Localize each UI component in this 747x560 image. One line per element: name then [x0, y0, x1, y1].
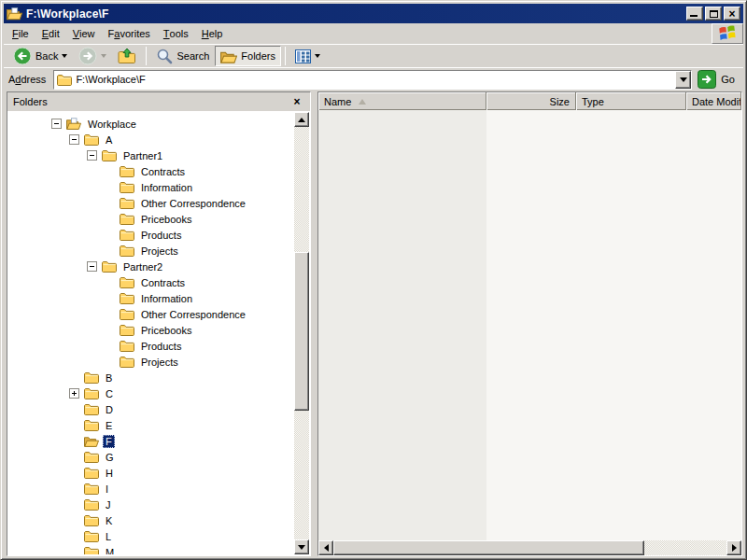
scroll-left-button[interactable] — [318, 540, 333, 555]
folders-label: Folders — [241, 50, 275, 62]
tree-item-contracts[interactable]: Contracts — [8, 274, 294, 290]
folder-icon — [120, 340, 134, 352]
arrow-down-icon — [298, 545, 305, 550]
menu-item-view[interactable]: View — [66, 23, 102, 44]
scroll-down-button[interactable] — [294, 539, 309, 554]
views-button[interactable] — [289, 46, 326, 66]
folder-icon — [84, 467, 99, 479]
forward-icon — [78, 47, 97, 65]
tree-item-products[interactable]: Products — [8, 338, 294, 354]
explorer-window: F:\Workplace\F × FileEditViewFavoritesTo… — [0, 0, 747, 560]
tree-item-b[interactable]: B — [8, 370, 294, 385]
forward-button[interactable] — [73, 46, 112, 66]
tree-item-products[interactable]: Products — [8, 227, 294, 243]
address-dropdown-button[interactable] — [675, 71, 691, 89]
tree-item-pricebooks[interactable]: Pricebooks — [8, 322, 294, 338]
folder-icon — [120, 181, 134, 193]
arrow-right-icon — [732, 544, 737, 552]
tree-item-workplace[interactable]: Workplace — [8, 116, 294, 132]
tree-item-label: Pricebooks — [138, 324, 194, 337]
collapse-icon[interactable] — [87, 261, 97, 272]
scroll-right-button[interactable] — [726, 540, 741, 555]
minimize-icon — [690, 15, 698, 17]
menu-item-tools[interactable]: Tools — [157, 23, 195, 44]
folder-icon — [120, 197, 134, 209]
horizontal-scrollbar[interactable] — [318, 540, 741, 555]
up-button[interactable] — [112, 46, 142, 66]
tree-item-e[interactable]: E — [8, 417, 294, 433]
tree-item-projects[interactable]: Projects — [8, 354, 294, 370]
tree-item-partner1[interactable]: Partner1 — [8, 147, 294, 163]
collapse-icon[interactable] — [87, 150, 97, 161]
scroll-up-button[interactable] — [294, 112, 309, 127]
tree-item-j[interactable]: J — [8, 497, 294, 512]
tree-item-information[interactable]: Information — [8, 290, 294, 306]
folder-icon — [120, 213, 134, 225]
arrow-up-icon — [298, 118, 305, 122]
address-input[interactable]: F:\Workplace\F — [53, 70, 692, 90]
tree-item-other-correspondence[interactable]: Other Correspondence — [8, 306, 294, 322]
menu-item-file[interactable]: File — [6, 23, 35, 44]
column-header-name[interactable]: Name — [318, 92, 486, 110]
close-button[interactable]: × — [724, 7, 740, 21]
tree-item-m[interactable]: M — [8, 544, 294, 554]
scrollbar-thumb[interactable] — [294, 252, 309, 411]
tree-item-label: Contracts — [138, 276, 188, 289]
tree-item-k[interactable]: K — [8, 512, 294, 528]
tree-item-i[interactable]: I — [8, 481, 294, 497]
toolbar-separator — [146, 47, 147, 65]
scrollbar-track[interactable] — [294, 127, 309, 539]
tree-item-contracts[interactable]: Contracts — [8, 163, 294, 179]
tree-item-pricebooks[interactable]: Pricebooks — [8, 211, 294, 227]
tree-item-label: Contracts — [138, 165, 188, 178]
folder-icon — [120, 292, 134, 304]
tree-item-d[interactable]: D — [8, 401, 294, 417]
tree-item-label: Projects — [138, 245, 181, 258]
tree-item-label: Information — [138, 181, 195, 194]
back-icon — [13, 47, 32, 65]
forward-dropdown-icon — [101, 54, 106, 58]
expand-icon[interactable] — [69, 388, 79, 399]
tree-item-f[interactable]: F — [8, 433, 294, 449]
folder-icon — [120, 276, 134, 288]
maximize-icon — [710, 10, 718, 18]
column-header-type[interactable]: Type — [576, 92, 686, 110]
folder-tree: WorkplaceAPartner1ContractsInformationOt… — [8, 112, 294, 554]
close-folders-panel-button[interactable]: × — [289, 95, 304, 108]
back-button[interactable]: Back — [7, 46, 73, 66]
tree-item-label: Projects — [138, 356, 181, 369]
tree-item-label: Products — [138, 229, 184, 242]
collapse-icon[interactable] — [69, 134, 79, 145]
address-bar: Address F:\Workplace\F Go — [4, 67, 743, 91]
title-bar[interactable]: F:\Workplace\F × — [4, 4, 743, 23]
column-header-date-modified[interactable]: Date Modified — [686, 92, 741, 110]
chevron-down-icon — [680, 77, 687, 82]
tree-item-information[interactable]: Information — [8, 179, 294, 195]
tree-item-a[interactable]: A — [8, 132, 294, 147]
main-area: Folders × WorkplaceAPartner1ContractsInf… — [4, 91, 743, 556]
go-button[interactable]: Go — [698, 70, 739, 89]
maximize-button[interactable] — [705, 7, 722, 21]
tree-item-projects[interactable]: Projects — [8, 243, 294, 259]
collapse-icon[interactable] — [51, 119, 62, 129]
hscrollbar-thumb[interactable] — [333, 540, 644, 555]
file-list-body[interactable] — [318, 110, 741, 540]
tree-item-c[interactable]: C — [8, 385, 294, 401]
address-label: Address — [8, 74, 46, 85]
column-header-size[interactable]: Size — [486, 92, 576, 110]
menu-item-edit[interactable]: Edit — [35, 23, 66, 44]
folder-open-icon — [84, 435, 99, 447]
tree-item-partner2[interactable]: Partner2 — [8, 259, 294, 274]
tree-item-l[interactable]: L — [8, 528, 294, 544]
search-button[interactable]: Search — [150, 46, 215, 66]
folders-icon — [220, 49, 237, 63]
tree-item-other-correspondence[interactable]: Other Correspondence — [8, 195, 294, 211]
column-label: Name — [324, 96, 351, 107]
menu-item-favorites[interactable]: Favorites — [102, 23, 157, 44]
folders-button[interactable]: Folders — [215, 46, 281, 66]
column-label: Type — [582, 96, 604, 107]
tree-item-g[interactable]: G — [8, 449, 294, 465]
tree-item-h[interactable]: H — [8, 465, 294, 481]
menu-item-help[interactable]: Help — [195, 23, 230, 44]
minimize-button[interactable] — [686, 7, 703, 21]
